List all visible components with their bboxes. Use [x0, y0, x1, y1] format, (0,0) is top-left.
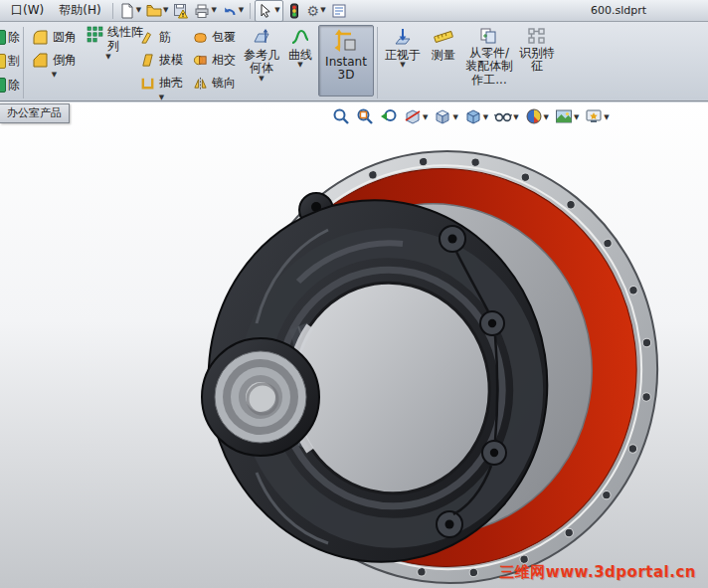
select-arrow-icon: [258, 3, 273, 19]
printer-icon: [194, 3, 210, 19]
recognize-features-icon: [527, 27, 547, 45]
reference-geometry-button[interactable]: 参考几何体 ▼: [241, 25, 282, 97]
previous-view-icon: [380, 107, 398, 128]
rib-button[interactable]: 筋: [138, 26, 173, 49]
view-settings-button[interactable]: ▼: [585, 107, 609, 128]
zoom-to-fit-icon: [332, 107, 350, 128]
make-from-part-icon: [479, 27, 499, 45]
display-style-button[interactable]: ▼: [464, 107, 488, 128]
separator: [377, 27, 378, 98]
measure-icon: [433, 27, 454, 47]
curves-dropdown-arrow[interactable]: ▼: [297, 62, 302, 69]
view-orientation-button[interactable]: ▼: [434, 107, 457, 128]
new-document-button[interactable]: ▼: [117, 1, 143, 21]
apply-scene-icon: [555, 107, 573, 128]
instant3d-icon: [333, 28, 359, 54]
file-properties-icon: [331, 3, 347, 19]
intersect-button[interactable]: 相交: [191, 49, 238, 72]
rebuild-button[interactable]: [284, 1, 304, 21]
select-tool-button[interactable]: ▼: [255, 0, 282, 22]
mirror-icon: [193, 76, 208, 91]
command-manager-ribbon: 除 割 除 圆角 倒角 ▼ 线性阵列 ▼: [0, 22, 708, 101]
normal-to-icon: [393, 27, 413, 47]
recognize-features-button[interactable]: 识别特征: [516, 25, 558, 97]
model-3d-canvas[interactable]: [0, 102, 708, 588]
reference-geometry-dropdown-arrow[interactable]: ▼: [259, 76, 264, 83]
menu-window[interactable]: 口(W): [4, 0, 51, 21]
instant3d-button[interactable]: Instant3D: [318, 25, 374, 97]
split-icon: [0, 54, 6, 69]
menu-help[interactable]: 帮助(H): [52, 0, 107, 21]
draft-icon: [140, 53, 155, 68]
separator: [23, 27, 24, 98]
tab-office-products[interactable]: 办公室产品: [0, 103, 70, 123]
appearance-sphere-icon: [525, 107, 543, 128]
undo-icon: [222, 3, 238, 19]
edit-appearance-button[interactable]: ▼: [525, 107, 549, 128]
gear-icon: ⚙: [307, 4, 320, 18]
revolved-cut-button[interactable]: 除: [0, 73, 20, 97]
linear-pattern-icon: [87, 26, 103, 43]
watermark-text: 三维网www.3dportal.cn: [499, 563, 696, 582]
traffic-light-icon: [286, 3, 302, 19]
normal-to-button[interactable]: 正视于 ▼: [381, 25, 425, 97]
cut-button[interactable]: 除: [0, 25, 20, 49]
zoom-to-area-icon: [356, 107, 374, 128]
file-properties-button[interactable]: [329, 1, 349, 21]
open-folder-icon: [146, 3, 162, 19]
hide-show-items-button[interactable]: ▼: [494, 107, 518, 128]
view-settings-icon: [585, 107, 603, 128]
truncated-cut-column: 除 割 除: [0, 25, 20, 97]
document-filename: 600.sldprt: [591, 4, 646, 17]
save-button[interactable]: [171, 1, 191, 21]
make-from-part-button[interactable]: 从零件/装配体制作工...: [462, 25, 516, 97]
open-document-button[interactable]: ▼: [144, 1, 170, 21]
section-view-button[interactable]: ▼: [404, 107, 428, 128]
intersect-icon: [193, 53, 208, 68]
bearing-boss: [202, 338, 319, 456]
shell-dropdown-arrow[interactable]: ▼: [159, 95, 164, 101]
revolved-cut-icon: [0, 78, 6, 93]
zoom-to-fit-button[interactable]: [332, 107, 350, 128]
options-button[interactable]: ⚙ ▼: [305, 1, 328, 21]
previous-view-button[interactable]: [380, 107, 398, 128]
new-document-icon: [119, 3, 135, 19]
print-button[interactable]: ▼: [192, 1, 218, 21]
apply-scene-button[interactable]: ▼: [555, 107, 579, 128]
graphics-viewport[interactable]: 办公室产品 ▼ ▼ ▼ ▼ ▼: [0, 102, 708, 588]
normal-to-dropdown-arrow[interactable]: ▼: [400, 62, 405, 69]
curves-button[interactable]: 曲线 ▼: [282, 25, 318, 97]
zoom-to-area-button[interactable]: [356, 107, 374, 128]
separator: [112, 3, 113, 19]
wrap-icon: [193, 30, 208, 45]
eyeglasses-icon: [494, 107, 512, 128]
reference-geometry-icon: [252, 27, 271, 47]
view-orientation-icon: [434, 107, 451, 128]
heads-up-view-toolbar: ▼ ▼ ▼ ▼ ▼ ▼ ▼: [332, 107, 610, 128]
draft-button[interactable]: 拔模: [138, 49, 185, 72]
save-warning-icon: [173, 3, 189, 19]
fillet-icon: [32, 29, 49, 46]
measure-button[interactable]: 测量: [425, 25, 462, 97]
fillet-dropdown-arrow[interactable]: ▼: [52, 72, 57, 79]
curves-icon: [290, 27, 310, 47]
shell-button[interactable]: 抽壳: [138, 72, 185, 95]
shell-icon: [140, 76, 155, 91]
split-button[interactable]: 割: [0, 49, 20, 73]
rib-icon: [140, 30, 155, 45]
separator: [250, 3, 251, 19]
extruded-cut-icon: [0, 30, 6, 45]
undo-button[interactable]: ▼: [220, 1, 246, 21]
fillet-button[interactable]: 圆角: [30, 26, 79, 49]
chamfer-icon: [32, 52, 49, 69]
menu-bar: 口(W) 帮助(H) ▼ ▼ ▼ ▼ ▼ ⚙ ▼ 600.sldprt: [0, 0, 708, 22]
wrap-button[interactable]: 包覆: [191, 26, 238, 49]
mirror-button[interactable]: 镜向: [191, 72, 238, 95]
linear-pattern-dropdown-arrow[interactable]: ▼: [105, 54, 110, 61]
section-view-icon: [404, 107, 422, 128]
display-style-icon: [464, 107, 482, 128]
chamfer-button[interactable]: 倒角: [30, 49, 79, 72]
